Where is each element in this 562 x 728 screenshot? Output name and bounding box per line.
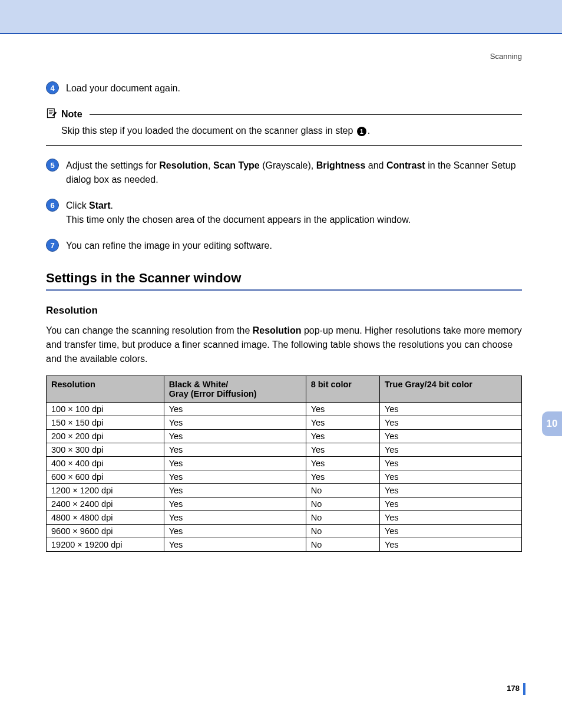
table-cell: Yes xyxy=(379,416,521,430)
note-text-post: . xyxy=(368,126,370,136)
table-cell: 9600 × 9600 dpi xyxy=(47,525,164,538)
resolution-table: Resolution Black & White/ Gray (Error Di… xyxy=(46,375,522,552)
table-cell: Yes xyxy=(164,403,306,416)
table-row: 600 × 600 dpiYesYesYes xyxy=(47,470,522,484)
th-8bit: 8 bit color xyxy=(306,376,379,403)
table-cell: Yes xyxy=(306,416,379,430)
table-cell: Yes xyxy=(164,457,306,470)
table-row: 19200 × 19200 dpiYesNoYes xyxy=(47,538,522,552)
step-7: 7 You can refine the image in your editi… xyxy=(46,239,522,253)
step6-line2: This time only the chosen area of the do… xyxy=(66,213,411,227)
table-cell: Yes xyxy=(306,457,379,470)
table-cell: 4800 × 4800 dpi xyxy=(47,511,164,525)
table-row: 150 × 150 dpiYesYesYes xyxy=(47,416,522,430)
table-row: 9600 × 9600 dpiYesNoYes xyxy=(47,525,522,538)
table-cell: Yes xyxy=(379,484,521,498)
table-cell: Yes xyxy=(306,403,379,416)
step5-b4: Contrast xyxy=(386,160,425,170)
table-cell: No xyxy=(306,538,379,552)
section-heading: Settings in the Scanner window xyxy=(46,271,522,291)
table-cell: 1200 × 1200 dpi xyxy=(47,484,164,498)
step6-pre: Click xyxy=(66,200,89,210)
table-row: 300 × 300 dpiYesYesYes xyxy=(47,443,522,457)
table-cell: Yes xyxy=(306,430,379,443)
step6-post: . xyxy=(111,200,113,210)
table-cell: Yes xyxy=(379,498,521,511)
step5-b2: Scan Type xyxy=(213,160,260,170)
step-4: 4 Load your document again. xyxy=(46,81,522,95)
step-7-text: You can refine the image in your editing… xyxy=(66,239,272,253)
table-cell: 100 × 100 dpi xyxy=(47,403,164,416)
table-cell: No xyxy=(306,525,379,538)
table-cell: 150 × 150 dpi xyxy=(47,416,164,430)
step-number-icon: 5 xyxy=(46,159,59,172)
table-cell: Yes xyxy=(164,538,306,552)
step5-b1: Resolution xyxy=(159,160,208,170)
step-4-text: Load your document again. xyxy=(66,81,180,95)
table-cell: Yes xyxy=(164,470,306,484)
table-row: 2400 × 2400 dpiYesNoYes xyxy=(47,498,522,511)
table-cell: Yes xyxy=(164,416,306,430)
th-resolution: Resolution xyxy=(47,376,164,403)
table-row: 100 × 100 dpiYesYesYes xyxy=(47,403,522,416)
para-pre: You can change the scanning resolution f… xyxy=(46,325,253,335)
table-cell: 600 × 600 dpi xyxy=(47,470,164,484)
table-cell: 2400 × 2400 dpi xyxy=(47,498,164,511)
step-6: 6 Click Start. This time only the chosen… xyxy=(46,199,522,227)
table-row: 1200 × 1200 dpiYesNoYes xyxy=(47,484,522,498)
th-truegray: True Gray/24 bit color xyxy=(379,376,521,403)
table-row: 200 × 200 dpiYesYesYes xyxy=(47,430,522,443)
th-bw: Black & White/ Gray (Error Diffusion) xyxy=(164,376,306,403)
table-cell: No xyxy=(306,484,379,498)
step-reference-icon: 1 xyxy=(357,127,366,136)
step5-c1: , xyxy=(208,160,213,170)
table-cell: Yes xyxy=(164,430,306,443)
step-bullet-4: 4 xyxy=(46,81,60,94)
note-icon xyxy=(46,107,58,121)
chapter-tab: 10 xyxy=(542,411,562,436)
page-number-accent xyxy=(523,683,525,695)
top-color-band xyxy=(0,0,562,34)
para-b: Resolution xyxy=(253,325,302,335)
table-cell: 300 × 300 dpi xyxy=(47,443,164,457)
table-cell: Yes xyxy=(379,430,521,443)
header-section-label: Scanning xyxy=(490,52,522,61)
step-number-icon: 4 xyxy=(46,81,59,94)
table-row: 4800 × 4800 dpiYesNoYes xyxy=(47,511,522,525)
step5-pre: Adjust the settings for xyxy=(66,160,159,170)
page-number: 178 xyxy=(507,684,520,693)
table-cell: Yes xyxy=(164,443,306,457)
table-cell: No xyxy=(306,498,379,511)
note-body: Skip this step if you loaded the documen… xyxy=(46,121,522,146)
step5-b3: Brightness xyxy=(316,160,366,170)
step-number-icon: 7 xyxy=(46,239,59,252)
table-cell: Yes xyxy=(379,525,521,538)
table-cell: Yes xyxy=(164,484,306,498)
svg-rect-0 xyxy=(48,109,55,118)
table-cell: Yes xyxy=(379,538,521,552)
note-rule-line xyxy=(90,114,522,115)
table-cell: 200 × 200 dpi xyxy=(47,430,164,443)
note-label: Note xyxy=(61,109,82,120)
table-cell: Yes xyxy=(164,511,306,525)
table-cell: 19200 × 19200 dpi xyxy=(47,538,164,552)
step-bullet-6: 6 xyxy=(46,199,60,212)
table-row: 400 × 400 dpiYesYesYes xyxy=(47,457,522,470)
note-box: Note Skip this step if you loaded the do… xyxy=(46,107,522,146)
step-number-icon: 6 xyxy=(46,199,59,212)
table-cell: Yes xyxy=(379,443,521,457)
table-cell: Yes xyxy=(379,403,521,416)
table-cell: Yes xyxy=(164,525,306,538)
step5-c2: (Grayscale), xyxy=(260,160,316,170)
step-5-text: Adjust the settings for Resolution, Scan… xyxy=(66,159,522,187)
table-cell: Yes xyxy=(379,470,521,484)
step-6-text: Click Start. This time only the chosen a… xyxy=(66,199,411,227)
table-cell: No xyxy=(306,511,379,525)
table-cell: Yes xyxy=(306,443,379,457)
step6-b: Start xyxy=(89,200,110,210)
table-cell: 400 × 400 dpi xyxy=(47,457,164,470)
chapter-tab-number: 10 xyxy=(547,418,558,430)
table-cell: Yes xyxy=(306,470,379,484)
subsection-heading: Resolution xyxy=(46,305,522,317)
step-bullet-5: 5 xyxy=(46,159,60,172)
